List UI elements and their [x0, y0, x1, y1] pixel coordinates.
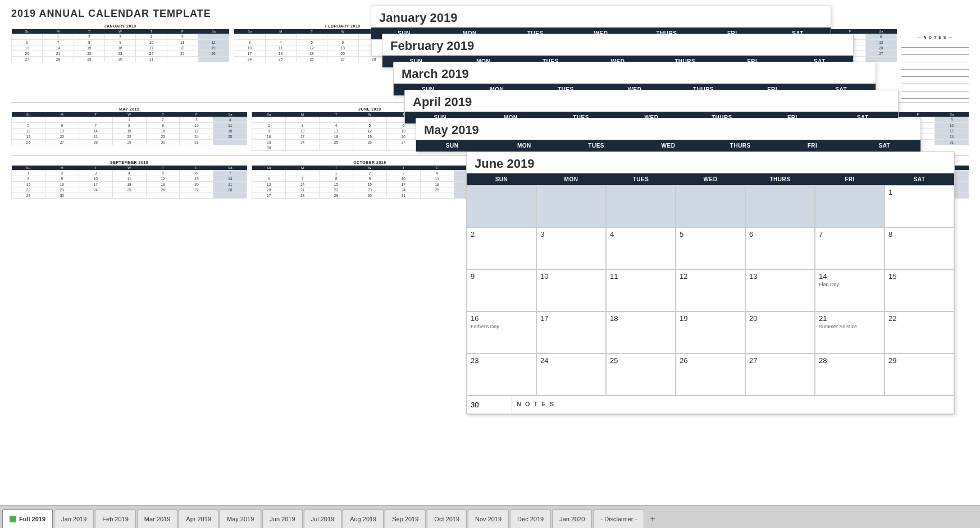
june-notes-label: N O T E S — [512, 396, 954, 414]
stacked-may: May 2019 SUN MON TUES WED THURS FRI SAT — [416, 118, 921, 152]
june-cell-20: 20 — [745, 311, 815, 353]
may-title: May 2019 — [416, 118, 920, 140]
tab-feb-2019[interactable]: Feb 2019 — [95, 509, 135, 528]
june-cell-4: 4 — [606, 227, 676, 269]
bottom-tabs: Full 2019 Jan 2019 Feb 2019 Mar 2019 Apr… — [0, 505, 980, 528]
february-title: February 2019 — [382, 34, 853, 56]
june-cell-11: 11 — [606, 269, 676, 311]
april-title: April 2019 — [405, 90, 898, 112]
june-wed: WED — [676, 173, 745, 185]
june-cell-24: 24 — [536, 353, 606, 396]
june-title: June 2019 — [467, 152, 954, 173]
tab-jun-2019[interactable]: Jun 2019 — [262, 509, 302, 528]
june-cell-27: 27 — [745, 353, 815, 396]
june-cell — [745, 185, 815, 227]
june-tue: TUES — [606, 173, 676, 185]
june-cell-12: 12 — [676, 269, 745, 311]
june-fri: FRI — [815, 173, 885, 185]
june-cell-8: 8 — [885, 227, 954, 269]
june-cell-1: 1 — [885, 185, 954, 227]
june-cell — [536, 185, 606, 227]
june-cell-5: 5 — [676, 227, 745, 269]
june-cell-23: 23 — [467, 353, 536, 396]
stacked-calendars: January 2019 SUN MON TUES WED THURS FRI … — [371, 6, 966, 499]
mini-calendar-september: SEPTEMBER 2019 SuMTWTFSa 1234567 8910111… — [11, 160, 247, 199]
flag-day-note: Flag Day — [819, 282, 881, 287]
june-header: SUN MON TUES WED THURS FRI SAT — [467, 173, 954, 185]
tab-mar-2019[interactable]: Mar 2019 — [137, 509, 177, 528]
summer-solstice-note: Summer Solstice — [819, 324, 881, 329]
june-cell — [606, 185, 676, 227]
june-cell-30: 30 — [467, 396, 512, 414]
june-thu: THURS — [745, 173, 815, 185]
mini-calendar-may: MAY 2019 SuMTWTFSa 1234 567891011 121314… — [11, 107, 247, 151]
tab-disclaimer[interactable]: - Disclaimer - — [593, 509, 644, 528]
june-cell-18: 18 — [606, 311, 676, 353]
june-cell-7: 7 — [815, 227, 885, 269]
june-cell-15: 15 — [885, 269, 954, 311]
tab-jul-2019[interactable]: Jul 2019 — [304, 509, 342, 528]
tab-aug-2019[interactable]: Aug 2019 — [343, 509, 384, 528]
tab-oct-2019[interactable]: Oct 2019 — [427, 509, 467, 528]
june-cell-16: 16 Father's Day — [467, 311, 536, 353]
june-cell-29: 29 — [885, 353, 954, 396]
june-cell-26: 26 — [676, 353, 745, 396]
june-cell-17: 17 — [536, 311, 606, 353]
january-title: January 2019 — [371, 6, 831, 27]
tab-full-2019[interactable]: Full 2019 — [2, 509, 53, 528]
tab-sep-2019[interactable]: Sep 2019 — [385, 509, 426, 528]
tab-may-2019[interactable]: May 2019 — [220, 509, 261, 528]
march-title: March 2019 — [394, 62, 876, 84]
tab-jan-2020[interactable]: Jan 2020 — [552, 509, 592, 528]
june-cell-2: 2 — [467, 227, 536, 269]
tab-dec-2019[interactable]: Dec 2019 — [510, 509, 551, 528]
june-cell-3: 3 — [536, 227, 606, 269]
june-cell-6: 6 — [745, 227, 815, 269]
june-cell-22: 22 — [885, 311, 954, 353]
june-cell-13: 13 — [745, 269, 815, 311]
tab-icon — [10, 516, 16, 522]
june-cell — [676, 185, 745, 227]
june-mon: MON — [536, 173, 606, 185]
june-last-row: 30 N O T E S — [467, 396, 954, 414]
tab-jan-2019[interactable]: Jan 2019 — [54, 509, 94, 528]
june-cell-25: 25 — [606, 353, 676, 396]
june-cell — [467, 185, 536, 227]
mini-calendar-january: JANUARY 2019 SuMTWTFSa 12345 6789101112 … — [11, 24, 229, 100]
june-sat: SAT — [885, 173, 954, 185]
tab-nov-2019[interactable]: Nov 2019 — [468, 509, 509, 528]
may-header: SUN MON TUES WED THURS FRI SAT — [416, 140, 920, 151]
tab-add-button[interactable]: + — [645, 509, 660, 528]
tab-apr-2019[interactable]: Apr 2019 — [179, 509, 218, 528]
june-cell-14: 14 Flag Day — [815, 269, 885, 311]
june-cell-19: 19 — [676, 311, 745, 353]
june-cell-28: 28 — [815, 353, 885, 396]
fathers-day-note: Father's Day — [471, 324, 532, 329]
stacked-june: June 2019 SUN MON TUES WED THURS FRI SAT… — [466, 151, 955, 415]
june-cell — [815, 185, 885, 227]
june-cell-10: 10 — [536, 269, 606, 311]
june-cell-21: 21 Summer Solstice — [815, 311, 885, 353]
june-cell-9: 9 — [467, 269, 536, 311]
june-grid: 1 2 3 4 5 6 7 8 9 10 11 12 13 14 Flag Da… — [467, 185, 954, 396]
june-sun: SUN — [467, 173, 536, 185]
